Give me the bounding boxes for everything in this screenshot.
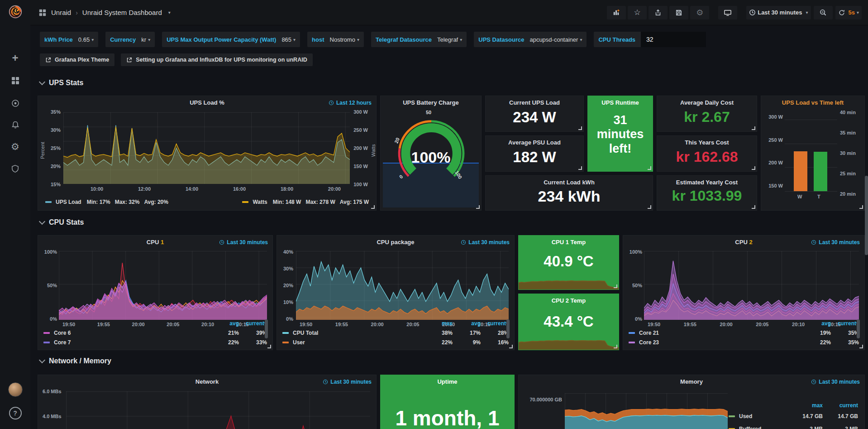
variable-ups-max-output[interactable]: UPS Max Output Power Capacity (Watt) 865…	[162, 32, 300, 47]
panel-title[interactable]: UPS Load %	[38, 99, 376, 106]
variable-ups-datasource[interactable]: UPS Datasource apcupsd-container ▾	[474, 32, 587, 47]
explore-icon[interactable]	[0, 94, 30, 112]
memory-plot[interactable]	[565, 393, 728, 429]
series-name[interactable]: User	[293, 339, 424, 346]
zoom-out-time-button[interactable]	[814, 6, 833, 19]
legend-sort-current[interactable]: current▾	[481, 320, 509, 327]
apps-grid-icon[interactable]	[38, 9, 47, 17]
cpu1-plot[interactable]	[59, 251, 267, 320]
grafana-logo-icon[interactable]	[0, 3, 30, 21]
panel-ups-load-vs-time-left[interactable]: UPS Load vs Time left 300 W250 W200 W150…	[761, 96, 865, 211]
panel-cpu2-temp[interactable]: CPU 2 Temp 43.4 °C	[518, 294, 619, 350]
legend-sort-current[interactable]: current	[823, 402, 858, 409]
panel-title[interactable]: Average PSU Load	[486, 139, 583, 146]
help-icon[interactable]: ?	[0, 404, 30, 422]
cpu-package-plot[interactable]	[296, 251, 509, 320]
panel-time-range[interactable]: Last 30 minutes	[811, 239, 860, 246]
variable-host[interactable]: host Nostromo ▾	[307, 32, 364, 47]
series-name[interactable]: CPU Total	[293, 330, 424, 336]
legend-sort-avg[interactable]: avg	[803, 320, 831, 327]
variable-value[interactable]: kr	[141, 36, 146, 43]
memory-chart[interactable]	[565, 393, 728, 429]
panel-time-range[interactable]: Last 12 hours	[329, 100, 372, 106]
panel-memory[interactable]: Memory Last 30 minutes 70.000000 GB 60.0…	[518, 375, 865, 429]
panel-title[interactable]: Uptime	[381, 378, 514, 385]
panel-title[interactable]: Current Load kWh	[486, 179, 653, 186]
section-network-memory[interactable]: Network / Memory	[40, 357, 111, 365]
panel-current-ups-load[interactable]: Current UPS Load 234 W	[485, 96, 584, 132]
series-name[interactable]: Buffered	[739, 426, 787, 429]
breadcrumb-dashboard-title[interactable]: Unraid System Dashboard	[82, 9, 162, 16]
variable-telegraf-datasource[interactable]: Telegraf Datasource Telegraf ▾	[371, 32, 467, 47]
cpu2-chart[interactable]	[644, 251, 859, 320]
legend-scrollbar[interactable]	[265, 319, 268, 338]
legend-sort-avg[interactable]: avg	[211, 320, 239, 327]
panel-cpu1-temp[interactable]: CPU 1 Temp 40.9 °C	[518, 235, 619, 290]
legend-sort-max[interactable]: max	[424, 320, 453, 327]
dashboards-icon[interactable]	[0, 72, 30, 90]
panel-title[interactable]: CPU 2 Temp	[519, 297, 619, 304]
configuration-gear-icon[interactable]: ⚙	[0, 138, 30, 156]
panel-ups-load[interactable]: UPS Load % Last 12 hours Percent 35%30%2…	[38, 96, 377, 211]
network-chart[interactable]	[66, 391, 370, 429]
legend-sort-max[interactable]: max	[787, 402, 823, 409]
legend-sort-current[interactable]: current▾	[239, 320, 267, 327]
dashboard-settings-button[interactable]: ⚙	[690, 6, 709, 19]
cpu1-chart[interactable]	[59, 251, 267, 320]
variable-value[interactable]: apcupsd-container	[529, 36, 578, 43]
legend-sort-avg[interactable]: avg	[453, 320, 481, 327]
share-dashboard-button[interactable]	[649, 6, 668, 19]
breadcrumb-app[interactable]: Unraid	[51, 9, 71, 16]
panel-uptime[interactable]: Uptime 1 month, 1	[380, 375, 515, 429]
panel-title[interactable]: This Years Cost	[657, 139, 757, 146]
create-icon[interactable]: +	[0, 49, 30, 67]
panel-time-range[interactable]: Last 30 minutes	[811, 379, 860, 385]
cpu-package-chart[interactable]	[296, 251, 509, 320]
bar-plot[interactable]	[785, 114, 837, 191]
panel-average-psu-load[interactable]: Average PSU Load 182 W	[485, 135, 584, 172]
link-grafana-influxdb-ups-guide[interactable]: Setting up Grafana and InfluxDB for UPS …	[121, 53, 312, 66]
cpu-threads-input[interactable]: 32	[641, 32, 706, 47]
variable-value[interactable]: 0.65	[78, 36, 90, 43]
legend-scrollbar[interactable]	[506, 319, 510, 338]
panel-estimated-yearly-cost[interactable]: Estimated Yearly Cost kr 1033.99	[657, 175, 757, 211]
add-panel-button[interactable]	[607, 6, 626, 19]
variable-value[interactable]: Telegraf	[437, 36, 458, 43]
server-admin-shield-icon[interactable]	[0, 159, 30, 178]
panel-ups-battery-charge[interactable]: UPS Battery Charge 50 20 0 100 100%	[380, 96, 482, 211]
refresh-interval-label[interactable]: 5s	[849, 9, 855, 16]
section-cpu-stats[interactable]: CPU Stats	[40, 218, 84, 227]
series-name[interactable]: Core 23	[639, 339, 803, 346]
legend-scrollbar[interactable]	[857, 319, 860, 338]
panel-ups-runtime[interactable]: UPS Runtime 31 minutes left!	[587, 96, 653, 172]
alerting-bell-icon[interactable]	[0, 116, 30, 134]
series-name[interactable]: UPS Load	[56, 199, 81, 205]
series-name[interactable]: Core 7	[54, 339, 211, 346]
panel-current-load-kwh[interactable]: Current Load kWh 234 kWh	[485, 175, 653, 211]
panel-average-daily-cost[interactable]: Average Daily Cost kr 2.67	[657, 96, 757, 132]
variable-cpu-threads[interactable]: CPU Threads 32	[594, 32, 706, 47]
star-dashboard-button[interactable]: ☆	[628, 6, 647, 19]
panel-title[interactable]: UPS Load vs Time left	[761, 99, 864, 106]
panel-time-range[interactable]: Last 30 minutes	[323, 379, 372, 385]
variable-value[interactable]: Nostromo	[330, 36, 355, 43]
series-name[interactable]: Core 21	[639, 330, 803, 336]
panel-title[interactable]: UPS Battery Charge	[381, 99, 481, 106]
network-plot[interactable]	[66, 391, 370, 429]
series-name[interactable]: Watts	[253, 199, 267, 205]
cycle-view-mode-button[interactable]	[718, 6, 737, 19]
panel-network[interactable]: Network Last 30 minutes 6.0 MBs 4.0 MBs …	[38, 375, 377, 429]
cpu2-plot[interactable]	[644, 251, 859, 320]
variable-kwh-price[interactable]: kWh Price 0.65 ▾	[40, 32, 98, 47]
panel-title[interactable]: Average Daily Cost	[657, 99, 757, 106]
series-name[interactable]: Core 6	[54, 330, 211, 336]
legend-sort-current[interactable]: current▾	[831, 320, 859, 327]
link-grafana-plex-theme[interactable]: Grafana Plex Theme	[40, 53, 114, 66]
panel-cpu2[interactable]: CPU 2 Last 30 minutes 100%50%0% 19:5019:…	[623, 235, 865, 350]
ups-load-plot[interactable]	[63, 112, 350, 184]
panel-title[interactable]: CPU 1 Temp	[519, 239, 619, 246]
panel-this-years-cost[interactable]: This Years Cost kr 162.68	[657, 135, 757, 172]
ups-load-chart[interactable]	[63, 112, 350, 184]
series-name[interactable]: Used	[739, 413, 787, 419]
panel-title[interactable]: UPS Runtime	[588, 99, 653, 106]
